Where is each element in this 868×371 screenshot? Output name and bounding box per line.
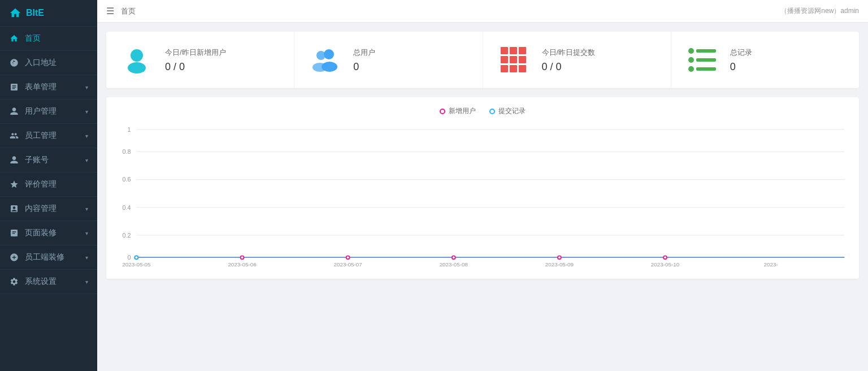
svg-rect-13 [501,65,508,72]
sidebar-item-settings[interactable]: 系统设置 ▾ [0,270,97,294]
stat-card-total-records: 总记录 0 [671,32,859,88]
sidebar-item-users[interactable]: 用户管理 ▾ [0,100,97,124]
svg-rect-14 [510,65,517,72]
sidebar-item-subaccount[interactable]: 子账号 ▾ [0,148,97,172]
sidebar-label-staff-decor: 员工端装修 [25,252,85,262]
sidebar: BItE 首页 入口地址 表单管理 ▾ 用户管理 ▾ 员工管理 ▾ [0,0,97,371]
svg-rect-10 [501,56,508,63]
sidebar-label-page-decor: 页面装修 [25,228,85,238]
svg-rect-19 [696,58,716,62]
sidebar-item-reviews[interactable]: 评价管理 [0,172,97,197]
svg-text:2023-05-09: 2023-05-09 [545,261,574,268]
subaccount-icon [9,155,19,165]
submissions-label: 今日/昨日提交数 [542,48,596,58]
reviews-icon [9,179,19,189]
staff-icon [9,131,19,141]
staff-decor-arrow-icon: ▾ [85,254,88,261]
settings-arrow-icon: ▾ [85,279,88,285]
svg-point-46 [663,256,667,259]
stat-card-total-users: 总用户 0 [294,32,483,88]
chart-svg: 1 0.8 0.6 0.4 0.2 0 2023-05-05 2023-05-0 [115,123,850,270]
submissions-info: 今日/昨日提交数 0 / 0 [542,48,596,73]
content-area: 今日/昨日新增用户 0 / 0 总用户 0 [97,23,868,371]
submissions-value: 0 / 0 [542,61,596,73]
sidebar-label-staff: 员工管理 [25,131,85,141]
svg-text:2023-05-07: 2023-05-07 [334,261,362,268]
sidebar-item-staff-decor[interactable]: 员工端装修 ▾ [0,245,97,270]
content-arrow-icon: ▾ [85,206,88,212]
submissions-icon [497,43,531,77]
svg-point-2 [128,62,146,74]
svg-rect-21 [696,67,716,71]
new-users-info: 今日/昨日新增用户 0 / 0 [165,48,226,73]
svg-rect-7 [501,47,508,54]
svg-text:2023-05-06: 2023-05-06 [228,261,257,268]
svg-text:0.8: 0.8 [123,148,131,155]
forms-icon [9,82,19,92]
sidebar-logo: BItE [0,0,97,27]
svg-rect-17 [696,49,716,53]
stat-card-submissions: 今日/昨日提交数 0 / 0 [483,32,671,88]
svg-point-6 [313,63,327,72]
chart-svg-wrapper: 1 0.8 0.6 0.4 0.2 0 2023-05-05 2023-05-0 [115,123,850,270]
sidebar-item-home[interactable]: 首页 [0,27,97,51]
total-users-value: 0 [353,61,375,73]
svg-rect-8 [510,47,517,54]
topbar-left: ☰ 首页 [106,6,136,16]
total-records-info: 总记录 0 [730,48,752,73]
new-users-icon [120,43,154,77]
svg-text:2023-05-08: 2023-05-08 [440,261,468,268]
total-users-info: 总用户 0 [353,48,375,73]
svg-text:0.2: 0.2 [123,232,131,239]
main-area: ☰ 首页 （播播资源网new）admin 今日/昨日新增用户 0 / 0 [97,0,868,371]
home-icon [9,33,19,44]
sidebar-item-content[interactable]: 内容管理 ▾ [0,197,97,221]
svg-point-4 [316,51,326,60]
sidebar-label-reviews: 评价管理 [25,179,88,189]
topbar-user-info: （播播资源网new）admin [780,6,859,16]
page-decor-icon [9,228,19,238]
settings-icon [9,277,19,287]
stat-card-new-users: 今日/昨日新增用户 0 / 0 [106,32,294,88]
svg-rect-12 [519,56,526,63]
entrance-icon [9,58,19,68]
users-icon [9,106,19,117]
legend-new-users: 新增用户 [440,106,476,116]
svg-text:0: 0 [128,254,131,261]
page-decor-arrow-icon: ▾ [85,230,88,236]
legend-submissions: 提交记录 [489,106,526,116]
svg-point-45 [558,256,561,259]
svg-rect-15 [519,65,526,72]
svg-text:2023-05-05: 2023-05-05 [122,261,151,268]
sidebar-label-entrance: 入口地址 [25,58,88,68]
sidebar-item-staff[interactable]: 员工管理 ▾ [0,124,97,148]
subaccount-arrow-icon: ▾ [85,157,88,163]
staff-decor-icon [9,252,19,262]
home-logo-icon [9,7,21,19]
legend-label-new-users: 新增用户 [449,106,476,116]
sidebar-item-entrance[interactable]: 入口地址 [0,51,97,75]
total-records-value: 0 [730,61,752,73]
total-records-icon [685,43,719,77]
svg-rect-9 [519,47,526,54]
svg-point-42 [241,256,244,259]
sidebar-item-forms[interactable]: 表单管理 ▾ [0,75,97,100]
sidebar-label-settings: 系统设置 [25,277,85,287]
sidebar-item-page-decor[interactable]: 页面装修 ▾ [0,221,97,245]
breadcrumb: 首页 [121,6,136,16]
legend-dot-pink [440,109,445,114]
svg-point-20 [688,66,694,72]
svg-point-1 [131,49,143,62]
stats-row: 今日/昨日新增用户 0 / 0 总用户 0 [106,32,859,88]
legend-label-submissions: 提交记录 [498,106,526,116]
sidebar-label-users: 用户管理 [25,106,85,117]
menu-toggle-icon[interactable]: ☰ [106,6,114,16]
svg-text:1: 1 [128,126,131,133]
sidebar-label-home: 首页 [25,33,88,44]
legend-dot-blue [489,109,495,114]
sidebar-label-forms: 表单管理 [25,82,85,92]
svg-text:0.4: 0.4 [123,204,131,211]
topbar: ☰ 首页 （播播资源网new）admin [97,0,868,23]
svg-rect-11 [510,56,517,63]
content-icon [9,204,19,214]
